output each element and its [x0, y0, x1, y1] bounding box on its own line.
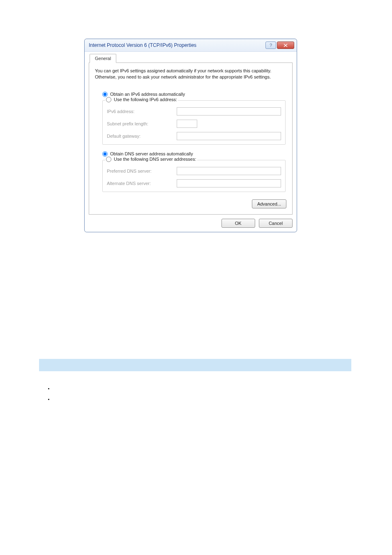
- bullet-item: [53, 386, 55, 391]
- dialog-title: Internet Protocol Version 6 (TCP/IPv6) P…: [89, 42, 196, 48]
- description-text: You can get IPv6 settings assigned autom…: [95, 68, 286, 80]
- ok-button[interactable]: OK: [221, 219, 255, 228]
- blue-bar: [39, 359, 351, 371]
- default-gateway-label: Default gateway:: [107, 134, 177, 139]
- radio-use-dns-label: Use the following DNS server addresses:: [114, 157, 196, 162]
- help-button[interactable]: ?: [265, 42, 276, 49]
- titlebar: Internet Protocol Version 6 (TCP/IPv6) P…: [85, 39, 297, 52]
- ipv6-address-row: IPv6 address:: [107, 107, 281, 116]
- radio-obtain-ip-auto[interactable]: Obtain an IPv6 address automatically: [102, 92, 286, 97]
- radio-use-dns-input[interactable]: [106, 157, 111, 162]
- tab-general[interactable]: General: [90, 54, 116, 63]
- properties-dialog: Internet Protocol Version 6 (TCP/IPv6) P…: [84, 39, 297, 232]
- radio-obtain-ip-auto-input[interactable]: [102, 92, 108, 97]
- dialog-body: General You can get IPv6 settings assign…: [85, 52, 297, 232]
- ipv6-address-input[interactable]: [177, 107, 281, 116]
- radio-obtain-ip-auto-label: Obtain an IPv6 address automatically: [110, 92, 185, 97]
- alternate-dns-label: Alternate DNS server:: [107, 181, 177, 186]
- advanced-button[interactable]: Advanced...: [252, 199, 286, 208]
- radio-use-ip-input[interactable]: [106, 97, 111, 102]
- titlebar-buttons: ?: [265, 42, 294, 49]
- radio-use-ip-label: Use the following IPv6 address:: [114, 97, 177, 102]
- bullet-list: [53, 386, 55, 407]
- radio-obtain-dns-auto[interactable]: Obtain DNS server address automatically: [102, 151, 286, 157]
- alternate-dns-row: Alternate DNS server:: [107, 179, 281, 187]
- ipv6-address-label: IPv6 address:: [107, 109, 177, 114]
- radio-obtain-dns-auto-label: Obtain DNS server address automatically: [110, 151, 193, 156]
- radio-obtain-dns-auto-input[interactable]: [102, 151, 108, 157]
- bullet-item: [53, 396, 55, 401]
- default-gateway-row: Default gateway:: [107, 132, 281, 140]
- subnet-prefix-label: Subnet prefix length:: [107, 121, 177, 126]
- tab-content: You can get IPv6 settings assigned autom…: [89, 62, 293, 215]
- preferred-dns-row: Preferred DNS server:: [107, 167, 281, 175]
- preferred-dns-input[interactable]: [177, 167, 281, 175]
- ip-fieldset: Use the following IPv6 address: IPv6 add…: [102, 100, 286, 145]
- subnet-prefix-input[interactable]: [177, 120, 197, 128]
- close-button[interactable]: [277, 42, 294, 49]
- default-gateway-input[interactable]: [177, 132, 281, 140]
- dns-fieldset: Use the following DNS server addresses: …: [102, 160, 286, 192]
- radio-use-ip[interactable]: Use the following IPv6 address:: [105, 97, 178, 102]
- radio-use-dns[interactable]: Use the following DNS server addresses:: [105, 157, 197, 162]
- cancel-button[interactable]: Cancel: [259, 219, 293, 228]
- advanced-row: Advanced...: [95, 199, 286, 208]
- alternate-dns-input[interactable]: [177, 179, 281, 187]
- dialog-footer: OK Cancel: [89, 215, 293, 228]
- subnet-prefix-row: Subnet prefix length:: [107, 120, 281, 128]
- preferred-dns-label: Preferred DNS server:: [107, 169, 177, 173]
